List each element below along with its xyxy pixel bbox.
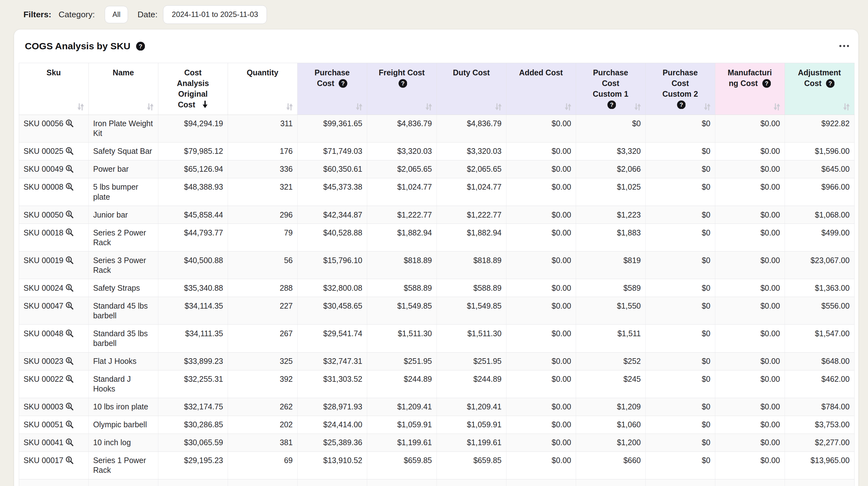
sort-toggle-icon[interactable] bbox=[355, 103, 364, 111]
svg-text:$: $ bbox=[68, 376, 70, 380]
sku-search-dollar-icon[interactable]: $ bbox=[65, 165, 74, 173]
sort-toggle-icon[interactable] bbox=[425, 103, 433, 111]
cell-quantity: 381 bbox=[228, 434, 297, 452]
column-header-duty_cost[interactable]: Duty Cost bbox=[436, 63, 506, 115]
column-header-added_cost[interactable]: Added Cost bbox=[506, 63, 576, 115]
cell-sku: SKU 00048$ bbox=[19, 325, 88, 352]
sku-search-dollar-icon[interactable]: $ bbox=[65, 420, 74, 429]
cell-purchase_cost_custom_1: $1,223 bbox=[576, 206, 645, 224]
sku-search-dollar-icon[interactable]: $ bbox=[65, 182, 74, 191]
sku-search-dollar-icon[interactable]: $ bbox=[65, 228, 74, 237]
svg-text:$: $ bbox=[68, 184, 70, 189]
cell-adjustment_cost: $3,753.00 bbox=[784, 416, 854, 434]
svg-text:$: $ bbox=[68, 120, 70, 125]
sku-search-dollar-icon[interactable]: $ bbox=[65, 210, 74, 219]
column-label-quantity: Quantity bbox=[238, 67, 286, 78]
sku-search-dollar-icon[interactable]: $ bbox=[65, 119, 74, 128]
sort-toggle-icon[interactable] bbox=[494, 103, 503, 111]
cell-original_cost: $32,174.75 bbox=[158, 398, 228, 416]
help-icon[interactable]: ? bbox=[399, 79, 407, 88]
date-range-button[interactable]: 2024-11-01 to 2025-11-03 bbox=[163, 5, 267, 24]
sku-search-dollar-icon[interactable]: $ bbox=[65, 402, 74, 411]
cell-purchase_cost_custom_2: $0 bbox=[645, 206, 715, 224]
cell-duty_cost: $1,199.61 bbox=[436, 434, 506, 452]
sort-toggle-icon[interactable] bbox=[76, 103, 85, 111]
sku-search-dollar-icon[interactable]: $ bbox=[65, 456, 74, 465]
column-header-purchase_cost_custom_1[interactable]: Purchase Cost Custom 1 ? bbox=[576, 63, 645, 115]
cell-purchase_cost_custom_1: $1,025 bbox=[576, 178, 645, 206]
cell-adjustment_cost: $462.00 bbox=[784, 370, 854, 398]
cell-purchase_cost_custom_2: $0 bbox=[645, 416, 715, 434]
category-filter-value: All bbox=[113, 10, 121, 19]
sort-toggle-icon[interactable] bbox=[633, 103, 642, 111]
column-header-purchase_cost[interactable]: Purchase Cost ? bbox=[297, 63, 367, 115]
column-label-manufacturing_cost: Manufacturing Cost ? bbox=[725, 67, 774, 89]
cell-purchase_cost_custom_2: $0 bbox=[645, 325, 715, 352]
cell-name: Series 2 Power Rack bbox=[88, 224, 158, 252]
sku-search-dollar-icon[interactable]: $ bbox=[65, 147, 74, 155]
cell-freight_cost: $2,065.65 bbox=[367, 160, 436, 178]
sku-search-dollar-icon[interactable]: $ bbox=[65, 284, 74, 292]
table-row: SKU 00023$Flat J Hooks$33,899.23325$32,7… bbox=[19, 352, 854, 370]
column-header-quantity[interactable]: Quantity bbox=[228, 63, 297, 115]
sort-toggle-icon[interactable] bbox=[564, 103, 572, 111]
cell-purchase_cost: $15,796.10 bbox=[297, 252, 367, 279]
cell-quantity: 288 bbox=[228, 279, 297, 297]
cell-original_cost: $35,340.88 bbox=[158, 279, 228, 297]
sort-toggle-icon[interactable] bbox=[285, 103, 294, 111]
table-row: SKU 00050$Junior bar$45,858.44296$42,344… bbox=[19, 206, 854, 224]
cell-added_cost: $0.00 bbox=[506, 352, 576, 370]
cell-name: 5 lbs bumper plate bbox=[88, 178, 158, 206]
help-icon[interactable]: ? bbox=[608, 101, 616, 109]
cell-empty bbox=[506, 479, 576, 486]
cell-added_cost: $0.00 bbox=[506, 416, 576, 434]
cell-purchase_cost_custom_1: $660 bbox=[576, 452, 645, 479]
cell-adjustment_cost: $499.00 bbox=[784, 224, 854, 252]
ellipsis-menu-button[interactable] bbox=[839, 45, 849, 48]
help-icon[interactable]: ? bbox=[762, 79, 771, 88]
cell-duty_cost: $1,549.85 bbox=[436, 297, 506, 325]
column-header-manufacturing_cost[interactable]: Manufacturing Cost ? bbox=[715, 63, 784, 115]
column-header-purchase_cost_custom_2[interactable]: Purchase Cost Custom 2 ? bbox=[645, 63, 715, 115]
cell-added_cost: $0.00 bbox=[506, 398, 576, 416]
column-label-freight_cost: Freight Cost ? bbox=[377, 67, 426, 89]
help-icon[interactable]: ? bbox=[677, 101, 686, 109]
column-header-sku[interactable]: Sku bbox=[19, 63, 88, 115]
sort-toggle-icon[interactable] bbox=[703, 103, 712, 111]
column-header-name[interactable]: Name bbox=[88, 63, 158, 115]
sort-toggle-icon[interactable] bbox=[842, 103, 851, 111]
table-row: SKU 00025$Safety Squat Bar$79,985.12176$… bbox=[19, 142, 854, 160]
category-filter-button[interactable]: All bbox=[105, 6, 128, 23]
cell-duty_cost: $1,209.41 bbox=[436, 398, 506, 416]
column-header-adjustment_cost[interactable]: Adjustment Cost ? bbox=[784, 63, 854, 115]
help-icon[interactable]: ? bbox=[136, 42, 145, 51]
cell-manufacturing_cost: $0.00 bbox=[715, 252, 784, 279]
sku-search-dollar-icon[interactable]: $ bbox=[65, 438, 74, 447]
column-header-freight_cost[interactable]: Freight Cost ? bbox=[367, 63, 436, 115]
cell-sku: SKU 00051$ bbox=[19, 416, 88, 434]
cell-purchase_cost: $24,414.00 bbox=[297, 416, 367, 434]
sku-search-dollar-icon[interactable]: $ bbox=[65, 302, 74, 310]
cell-name: Iron Plate Weight Kit bbox=[88, 115, 158, 142]
cell-freight_cost: $588.89 bbox=[367, 279, 436, 297]
cell-adjustment_cost: $23,067.00 bbox=[784, 252, 854, 279]
sort-toggle-icon[interactable] bbox=[773, 103, 781, 111]
svg-text:$: $ bbox=[68, 166, 70, 170]
cell-name: Standard 35 lbs barbell bbox=[88, 325, 158, 352]
sku-search-dollar-icon[interactable]: $ bbox=[65, 356, 74, 366]
cogs-table-wrap: SkuNameCost Analysis Original Cost Quant… bbox=[19, 63, 854, 486]
cell-purchase_cost_custom_2: $0 bbox=[645, 398, 715, 416]
table-row: SKU 00041$10 inch log$30,065.59381$25,38… bbox=[19, 434, 854, 452]
help-icon[interactable]: ? bbox=[826, 79, 835, 88]
cell-freight_cost: $1,882.94 bbox=[367, 224, 436, 252]
column-header-original_cost[interactable]: Cost Analysis Original Cost bbox=[158, 63, 228, 115]
cell-purchase_cost: $25,389.36 bbox=[297, 434, 367, 452]
help-icon[interactable]: ? bbox=[339, 79, 347, 88]
sku-search-dollar-icon[interactable]: $ bbox=[65, 256, 74, 265]
cogs-analysis-card: COGS Analysis by SKU ? SkuNameCost Analy… bbox=[14, 29, 858, 486]
cell-purchase_cost: $71,749.03 bbox=[297, 142, 367, 160]
sku-search-dollar-icon[interactable]: $ bbox=[65, 329, 74, 338]
cell-quantity: 336 bbox=[228, 160, 297, 178]
sku-search-dollar-icon[interactable]: $ bbox=[65, 375, 74, 383]
sort-toggle-icon[interactable] bbox=[146, 103, 155, 111]
